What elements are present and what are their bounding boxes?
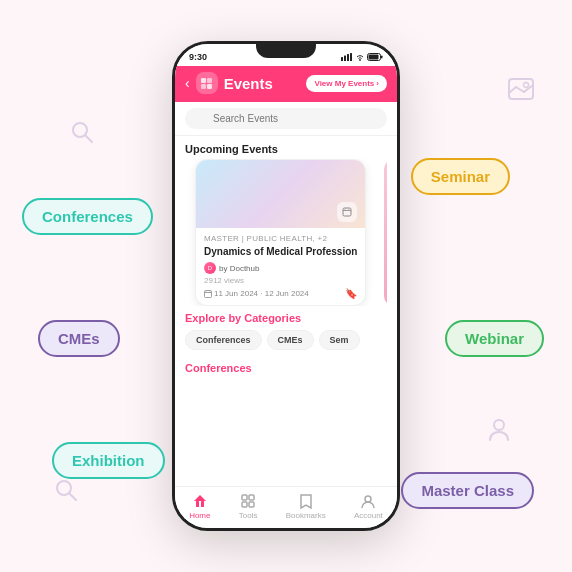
author-avatar: D (204, 262, 216, 274)
app-logo (196, 72, 218, 94)
svg-rect-19 (207, 78, 212, 83)
card-title: Dynamics of Medical Profession (204, 245, 357, 258)
category-pill-cmes[interactable]: CMEs (267, 330, 314, 350)
search-wrap: 🔍 (185, 108, 387, 129)
svg-rect-10 (341, 57, 343, 61)
bookmarks-icon (299, 493, 313, 509)
seminar-bubble[interactable]: Seminar (411, 158, 510, 195)
nav-tools[interactable]: Tools (239, 493, 258, 520)
back-button[interactable]: ‹ (185, 75, 190, 91)
nav-tools-label: Tools (239, 511, 258, 520)
card-body: MASTER | Public health, +2 Dynamics of M… (196, 228, 365, 305)
view-my-events-button[interactable]: View My Events › (306, 75, 387, 92)
explore-section: Explore by Categories Conferences CMEs S… (175, 306, 397, 356)
conferences-label: Conferences (185, 362, 387, 374)
app-title: Events (224, 75, 301, 92)
search-bar: 🔍 (175, 102, 397, 136)
svg-point-9 (494, 420, 504, 430)
svg-rect-32 (196, 501, 199, 507)
tools-icon (240, 493, 256, 509)
svg-rect-16 (381, 56, 383, 59)
category-pill-conferences[interactable]: Conferences (185, 330, 262, 350)
svg-rect-35 (249, 495, 254, 500)
svg-line-1 (85, 135, 92, 142)
upcoming-events-label: Upcoming Events (175, 136, 397, 159)
masterclass-bubble[interactable]: Master Class (401, 472, 534, 509)
svg-rect-17 (369, 55, 379, 60)
svg-point-6 (524, 83, 529, 88)
svg-rect-37 (249, 502, 254, 507)
svg-point-24 (345, 209, 346, 210)
account-icon (360, 493, 376, 509)
svg-line-3 (509, 87, 516, 93)
svg-rect-22 (343, 208, 351, 216)
svg-rect-11 (344, 56, 346, 62)
search-bg-icon (68, 118, 96, 152)
nav-home[interactable]: Home (189, 493, 210, 520)
svg-line-4 (516, 87, 524, 92)
svg-point-29 (210, 291, 211, 292)
svg-rect-21 (207, 84, 212, 89)
phone-frame: 9:30 ‹ Events View My Events › 🔍 (172, 41, 400, 531)
nav-bookmarks-label: Bookmarks (286, 511, 326, 520)
category-pill-sem[interactable]: Sem (319, 330, 360, 350)
nav-bookmarks[interactable]: Bookmarks (286, 493, 326, 520)
conferences-section: Conferences (175, 356, 397, 378)
svg-rect-20 (201, 84, 206, 89)
svg-point-14 (360, 60, 361, 61)
card-image-icon (337, 202, 357, 222)
nav-account[interactable]: Account (354, 493, 383, 520)
category-pills: Conferences CMEs Sem (185, 330, 387, 350)
card-author: D by Docthub (204, 262, 357, 274)
svg-rect-12 (347, 54, 349, 61)
search-input[interactable] (185, 108, 387, 129)
person-bg-icon (488, 418, 510, 448)
search-bg-icon-2 (52, 476, 80, 510)
phone-notch (256, 44, 316, 58)
svg-rect-36 (242, 502, 247, 507)
nav-account-label: Account (354, 511, 383, 520)
card-views: 2912 views (204, 276, 357, 285)
svg-rect-18 (201, 78, 206, 83)
bookmark-icon[interactable]: 🔖 (345, 288, 357, 299)
card-image (196, 160, 365, 228)
status-time: 9:30 (189, 52, 207, 62)
home-icon (192, 493, 208, 509)
card-date: 11 Jun 2024 · 12 Jun 2024 (204, 289, 309, 298)
svg-point-28 (206, 291, 207, 292)
exhibition-bubble[interactable]: Exhibition (52, 442, 165, 479)
app-header: ‹ Events View My Events › (175, 66, 397, 102)
explore-label: Explore by Categories (185, 312, 387, 324)
event-cards-row: MASTER | Public health, +2 Dynamics of M… (185, 159, 387, 306)
svg-rect-33 (201, 501, 204, 507)
svg-point-38 (365, 496, 371, 502)
card-footer: 11 Jun 2024 · 12 Jun 2024 🔖 (204, 288, 357, 299)
svg-rect-26 (205, 290, 212, 297)
image-bg-icon (508, 78, 534, 106)
svg-rect-13 (350, 53, 352, 61)
svg-rect-34 (242, 495, 247, 500)
svg-line-8 (69, 493, 76, 500)
svg-point-25 (349, 209, 350, 210)
partial-card: MA...The...hea...109.. (384, 159, 387, 306)
event-card[interactable]: MASTER | Public health, +2 Dynamics of M… (195, 159, 366, 306)
bottom-nav: Home Tools Bookmarks Account (175, 486, 397, 528)
nav-home-label: Home (189, 511, 210, 520)
status-icons (341, 53, 383, 61)
conferences-bubble[interactable]: Conferences (22, 198, 153, 235)
cmes-bubble[interactable]: CMEs (38, 320, 120, 357)
webinar-bubble[interactable]: Webinar (445, 320, 544, 357)
card-tags: MASTER | Public health, +2 (204, 234, 357, 243)
